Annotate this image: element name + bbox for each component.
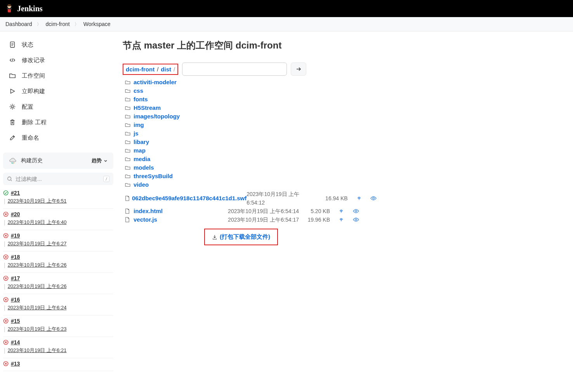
build-id[interactable]: #19 — [11, 232, 20, 239]
folder-name[interactable]: libary — [134, 138, 149, 146]
path-input[interactable] — [182, 62, 287, 76]
file-date: 2023年10月19日 上午6:54:14 — [228, 207, 299, 215]
folder-row[interactable]: fonts — [125, 95, 359, 104]
folder-name[interactable]: H5Stream — [134, 104, 161, 112]
chevron-right-icon: 〉 — [37, 21, 41, 27]
folder-name[interactable]: models — [134, 163, 154, 172]
build-id[interactable]: #16 — [11, 297, 20, 303]
download-icon — [212, 234, 217, 240]
build-date[interactable]: 2023年10月19日 上午6:23 — [8, 326, 67, 333]
folder-row[interactable]: img — [125, 121, 359, 129]
trend-button[interactable]: 趋势 — [92, 157, 108, 164]
file-date: 2023年10月19日 上午6:54:17 — [228, 215, 299, 224]
folder-icon — [125, 182, 131, 187]
folder-name[interactable]: threeSysBuild — [134, 172, 173, 180]
folder-icon — [125, 88, 131, 93]
sidebar-item-edit[interactable]: 重命名 — [3, 130, 113, 146]
build-date[interactable]: 2023年10月19日 上午6:24 — [8, 304, 67, 311]
build-id[interactable]: #17 — [11, 275, 20, 281]
folder-row[interactable]: media — [125, 155, 359, 163]
view-icon[interactable] — [352, 217, 359, 222]
file-name[interactable]: vector.js — [134, 215, 157, 224]
build-id[interactable]: #14 — [11, 339, 20, 345]
file-name[interactable]: index.html — [134, 207, 163, 215]
build-item[interactable]: #13 — [3, 358, 113, 371]
fingerprint-icon[interactable] — [356, 196, 363, 201]
jenkins-icon — [5, 3, 14, 14]
folder-name[interactable]: activiti-modeler — [134, 78, 177, 87]
view-icon[interactable] — [370, 196, 377, 201]
build-id[interactable]: #13 — [11, 361, 20, 367]
folder-row[interactable]: activiti-modeler — [125, 78, 359, 87]
build-date[interactable]: 2023年10月19日 上午6:51 — [8, 198, 67, 205]
build-id[interactable]: #21 — [11, 190, 20, 196]
svg-point-3 — [8, 6, 9, 7]
fingerprint-icon[interactable] — [338, 208, 345, 214]
x-circle-icon — [3, 361, 9, 366]
folder-row[interactable]: images/topology — [125, 112, 359, 121]
arrow-right-icon — [295, 66, 302, 72]
view-icon[interactable] — [352, 208, 359, 214]
fingerprint-icon[interactable] — [338, 217, 345, 222]
folder-row[interactable]: video — [125, 180, 359, 189]
download-all-link[interactable]: (打包下载全部文件) — [220, 233, 270, 241]
folder-name[interactable]: css — [134, 87, 143, 95]
cloud-icon — [9, 156, 17, 165]
folder-row[interactable]: css — [125, 87, 359, 95]
sidebar-item-label: 删除 工程 — [22, 119, 47, 126]
file-row: 062dbec9e459afe918c11478c441c1d1.swf2023… — [125, 190, 359, 207]
filter-box: / — [3, 173, 113, 185]
x-circle-icon — [3, 254, 9, 260]
breadcrumb-workspace[interactable]: Workspace — [83, 21, 111, 27]
sidebar-item-code[interactable]: 修改记录 — [3, 52, 113, 68]
breadcrumb-project[interactable]: dcim-front — [46, 21, 70, 27]
filter-input[interactable] — [3, 173, 113, 185]
folder-name[interactable]: media — [134, 155, 150, 163]
build-item[interactable]: #21|2023年10月19日 上午6:51 — [3, 187, 113, 209]
folder-icon — [125, 174, 131, 179]
folder-name[interactable]: map — [134, 146, 146, 155]
build-item[interactable]: #16|2023年10月19日 上午6:24 — [3, 294, 113, 316]
build-item[interactable]: #18|2023年10月19日 上午6:26 — [3, 252, 113, 273]
build-id[interactable]: #20 — [11, 211, 20, 217]
build-date[interactable]: 2023年10月19日 上午6:26 — [8, 283, 67, 290]
folder-row[interactable]: models — [125, 163, 359, 172]
sidebar-item-label: 配置 — [22, 103, 33, 111]
path-root[interactable]: dcim-front — [126, 66, 155, 73]
folder-name[interactable]: images/topology — [134, 112, 180, 121]
folder-row[interactable]: map — [125, 146, 359, 155]
build-item[interactable]: #19|2023年10月19日 上午6:27 — [3, 230, 113, 252]
folder-row[interactable]: threeSysBuild — [125, 172, 359, 180]
folder-name[interactable]: video — [134, 180, 149, 189]
sidebar-item-trash[interactable]: 删除 工程 — [3, 114, 113, 130]
build-id[interactable]: #18 — [11, 254, 20, 260]
check-circle-icon — [3, 190, 9, 196]
folder-icon — [125, 80, 131, 85]
sidebar-item-play[interactable]: 立即构建 — [3, 83, 113, 99]
sidebar-item-gear[interactable]: 配置 — [3, 99, 113, 114]
file-name[interactable]: 062dbec9e459afe918c11478c441c1d1.swf — [132, 194, 247, 203]
folder-row[interactable]: libary — [125, 138, 359, 146]
build-date[interactable]: 2023年10月19日 上午6:40 — [8, 219, 67, 226]
folder-icon — [125, 157, 131, 161]
folder-name[interactable]: js — [134, 129, 139, 138]
build-date[interactable]: 2023年10月19日 上午6:26 — [8, 262, 67, 269]
build-item[interactable]: #15|2023年10月19日 上午6:23 — [3, 316, 113, 337]
build-item[interactable]: #17|2023年10月19日 上午6:26 — [3, 273, 113, 294]
folder-row[interactable]: H5Stream — [125, 104, 359, 112]
build-date[interactable]: 2023年10月19日 上午6:21 — [8, 347, 67, 354]
path-go-button[interactable] — [291, 62, 306, 76]
folder-name[interactable]: fonts — [134, 95, 148, 104]
sidebar-item-file[interactable]: 状态 — [3, 37, 113, 52]
breadcrumb-dashboard[interactable]: Dashboard — [5, 21, 32, 27]
folder-row[interactable]: js — [125, 129, 359, 138]
sidebar-item-folder[interactable]: 工作空间 — [3, 68, 113, 83]
build-item[interactable]: #20|2023年10月19日 上午6:40 — [3, 209, 113, 230]
path-sub[interactable]: dist — [161, 66, 171, 73]
jenkins-logo[interactable]: Jenkins — [5, 3, 43, 14]
build-id[interactable]: #15 — [11, 318, 20, 324]
folder-name[interactable]: img — [134, 121, 144, 129]
build-item[interactable]: #14|2023年10月19日 上午6:21 — [3, 337, 113, 358]
build-date[interactable]: 2023年10月19日 上午6:27 — [8, 240, 67, 247]
folder-icon — [125, 148, 131, 153]
